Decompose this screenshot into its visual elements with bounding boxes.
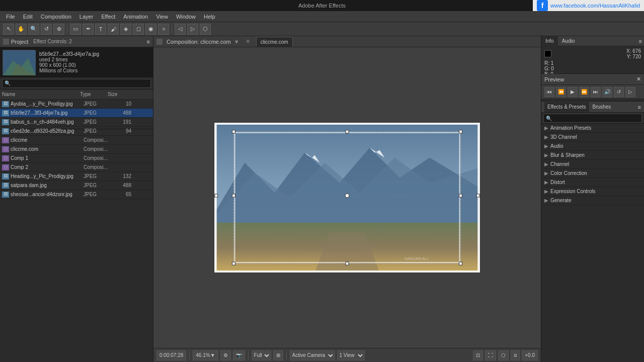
comp-tab-main[interactable]: cliccme.com <box>256 37 293 47</box>
effects-category-4[interactable]: ▶Channel <box>541 160 644 169</box>
cat-arrow-3: ▶ <box>544 152 548 158</box>
effects-category-6[interactable]: ▶Distort <box>541 178 644 187</box>
app-title: Adobe After Effects <box>298 3 346 9</box>
menu-view[interactable]: View <box>152 13 172 21</box>
viewer-camera-select[interactable]: Active Camera <box>290 350 335 360</box>
viewer-3d-btn[interactable]: ⬡ <box>498 350 509 360</box>
prev-audio[interactable]: 🔊 <box>602 87 612 97</box>
prev-fwd-frame[interactable]: ⏩ <box>579 87 589 97</box>
effects-category-3[interactable]: ▶Blur & Sharpen <box>541 151 644 160</box>
tool-puppet[interactable]: ⟡ <box>158 24 169 35</box>
viewer-grid-btn[interactable]: ⊞ <box>273 350 283 360</box>
preview-menu-btn[interactable]: ✕ <box>636 76 641 82</box>
prev-loop[interactable]: ↺ <box>614 87 624 97</box>
effects-category-1[interactable]: ▶3D Channel <box>541 133 644 142</box>
prev-play[interactable]: ▶ <box>568 87 578 97</box>
viewer-view-select[interactable]: 1 View <box>337 350 365 360</box>
tool-rotate[interactable]: ↺ <box>41 24 52 35</box>
viewer-fit-btn[interactable]: ⊡ <box>473 350 483 360</box>
file-item-10[interactable]: 🖼 sheosar...ancor-d4dzsnr.jpg JPEG 65 <box>0 190 153 199</box>
menu-composition[interactable]: Composition <box>37 13 75 21</box>
tool-extra3[interactable]: ⬡ <box>200 24 211 35</box>
preview-info: b5b9e27...e3f3-d4jxr7a.jpg used 2 times … <box>39 51 99 73</box>
file-list: 🖼 Ayubia_...y_Pic_Prodigy.jpg JPEG 10 🖼 … <box>0 100 153 199</box>
viewer-alpha-btn[interactable]: α <box>511 350 520 360</box>
comp-dropdown-btn[interactable]: ▼ <box>234 39 239 45</box>
prev-first-frame[interactable]: ⏮ <box>544 87 554 97</box>
tool-extra2[interactable]: ▷ <box>187 24 198 35</box>
menu-edit[interactable]: Edit <box>19 13 37 21</box>
file-item-0[interactable]: 🖼 Ayubia_...y_Pic_Prodigy.jpg JPEG 10 <box>0 100 153 109</box>
effects-category-0[interactable]: ▶Animation Presets <box>541 124 644 133</box>
effects-search-bar <box>541 113 644 124</box>
viewer-camera-btn[interactable]: 📷 <box>233 350 245 360</box>
menu-layer[interactable]: Layer <box>75 13 98 21</box>
file-size-1: 488 <box>111 110 131 116</box>
effects-menu-btn[interactable]: ≡ <box>638 104 641 110</box>
tool-pen[interactable]: ✒ <box>83 24 94 35</box>
cat-label-6: Distort <box>550 179 565 185</box>
info-color-block-container <box>544 48 592 59</box>
menu-effect[interactable]: Effect <box>97 13 119 21</box>
cat-arrow-8: ▶ <box>544 198 548 203</box>
info-menu-btn[interactable]: ≡ <box>637 38 644 44</box>
tool-roto[interactable]: ◉ <box>145 24 156 35</box>
svg-rect-15 <box>459 130 462 133</box>
col-type-header: Type <box>80 92 108 97</box>
menu-file[interactable]: File <box>2 13 19 21</box>
file-item-4[interactable]: ⬡ cliccme Composi... <box>0 136 153 145</box>
menu-help[interactable]: Help <box>200 13 219 21</box>
file-item-9[interactable]: 🖼 satpara dam.jpg JPEG 488 <box>0 181 153 190</box>
tab-brushes[interactable]: Brushes <box>590 102 614 112</box>
effects-category-5[interactable]: ▶Color Correction <box>541 169 644 178</box>
tool-unify[interactable]: ⊕ <box>53 24 64 35</box>
viewer-timecode-display: 0:00:07:28 <box>156 350 186 360</box>
viewer-fullscreen-btn[interactable]: ⛶ <box>485 350 496 360</box>
menu-animation[interactable]: Animation <box>119 13 152 21</box>
file-item-7[interactable]: ⬡ Comp 2 Composi... <box>0 163 153 172</box>
prev-back-frame[interactable]: ⏪ <box>556 87 566 97</box>
tab-info[interactable]: Info <box>541 36 558 46</box>
project-menu-btn[interactable]: ≡ <box>147 39 150 45</box>
effects-category-8[interactable]: ▶Generate <box>541 196 644 205</box>
tool-extra1[interactable]: ◁ <box>175 24 186 35</box>
file-item-2[interactable]: 🖼 babus_s...n_ch-d484veh.jpg JPEG 191 <box>0 118 153 127</box>
prev-ram[interactable]: ▷ <box>625 87 635 97</box>
viewer-zoom-btn[interactable]: 46.1% ▼ <box>193 350 218 360</box>
file-item-1[interactable]: 🖼 b5b9e27...3f3-d4jxr7a.jpg JPEG 488 <box>0 109 153 118</box>
cat-label-2: Audio <box>550 143 564 149</box>
preview-header: Preview ✕ <box>541 74 644 85</box>
viewer-resolution-select[interactable]: Full <box>252 350 271 360</box>
viewer-exposure-btn[interactable]: +0.0 <box>522 350 538 360</box>
project-preview: b5b9e27...e3f3-d4jxr7a.jpg used 2 times … <box>0 47 153 77</box>
tool-rect[interactable]: ▭ <box>70 24 81 35</box>
viewer-settings-btn[interactable]: ⚙ <box>220 350 231 360</box>
tool-text[interactable]: T <box>95 24 106 35</box>
preview-used: used 2 times <box>39 57 99 62</box>
tool-eraser[interactable]: ◻ <box>133 24 144 35</box>
tool-stamp[interactable]: ◈ <box>120 24 131 35</box>
svg-rect-20 <box>459 262 462 265</box>
tab-audio[interactable]: Audio <box>558 36 579 46</box>
file-item-8[interactable]: 🖼 Heading...y_Pic_Prodigy.jpg JPEG 132 <box>0 172 153 181</box>
file-type-9: JPEG <box>84 183 111 188</box>
col-name-header: Name <box>2 92 80 97</box>
project-search-input[interactable] <box>2 79 151 88</box>
prev-last-frame[interactable]: ⏭ <box>591 87 601 97</box>
file-item-3[interactable]: 🖼 c6ed2de...d9320-d52lfza.jpg JPEG 94 <box>0 127 153 136</box>
effects-category-2[interactable]: ▶Audio <box>541 142 644 151</box>
comp-close-btn[interactable]: ✕ <box>246 38 250 45</box>
tool-zoom[interactable]: 🔍 <box>28 24 39 35</box>
file-type-3: JPEG <box>84 128 111 134</box>
viewer-sep2 <box>248 351 249 360</box>
file-type-1: JPEG <box>84 110 111 116</box>
file-item-5[interactable]: ⬡ cliccme.com Composi... <box>0 145 153 154</box>
menu-window[interactable]: Window <box>172 13 200 21</box>
tool-select[interactable]: ↖ <box>3 24 14 35</box>
tab-effects-presets[interactable]: Effects & Presets <box>544 102 589 112</box>
effects-category-7[interactable]: ▶Expression Controls <box>541 187 644 196</box>
tool-brush[interactable]: 🖌 <box>108 24 119 35</box>
file-item-6[interactable]: ⬡ Comp 1 Composi... <box>0 154 153 163</box>
effects-search-input[interactable] <box>543 114 642 123</box>
tool-hand[interactable]: ✋ <box>16 24 27 35</box>
